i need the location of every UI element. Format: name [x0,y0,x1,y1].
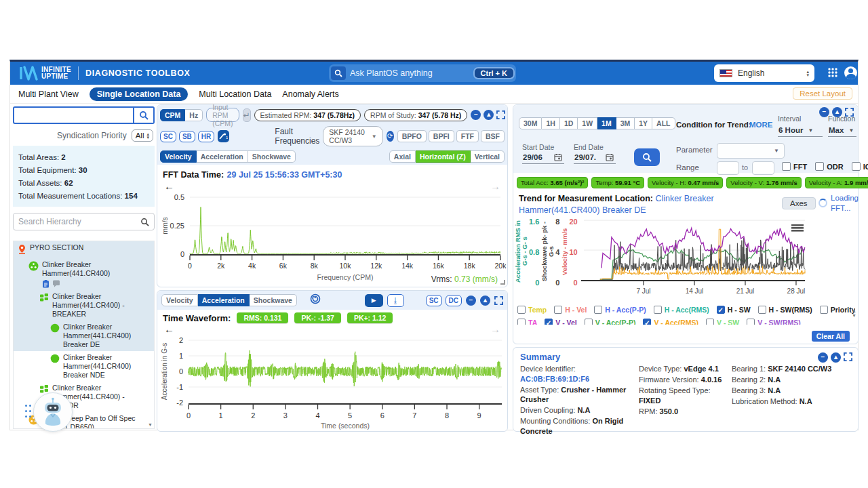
expand-icon[interactable] [494,296,503,305]
refresh-icon[interactable]: ⟳ [387,131,394,142]
series-checkbox-h-sw-rms-[interactable]: H - SW(RMS) [758,306,812,314]
fft-signal-tab-velocity[interactable]: Velocity [160,150,197,163]
series-checkbox-priority[interactable]: Priority [820,306,855,314]
collapse-button[interactable]: − [819,107,829,117]
drag-handle-icon[interactable] [25,405,32,420]
more-link[interactable]: MORE [749,121,773,129]
clear-all-button[interactable]: Clear All [812,331,850,342]
dc-button[interactable]: DC [446,295,462,306]
expand-icon[interactable] [496,110,505,119]
fault-button-bsf[interactable]: BSF [481,130,505,142]
fft-axis-tab-axial[interactable]: Axial [389,150,416,163]
collapse-button[interactable]: − [471,110,481,120]
series-checkbox-ta[interactable]: TA [517,319,537,325]
flag-checkbox-odr[interactable]: ODR [815,162,843,171]
waveform-signal-tab-velocity[interactable]: Velocity [161,294,198,306]
fft-axis-tab-horizontal-z-[interactable]: Horizontal (Z) [416,150,471,163]
reset-layout-button[interactable]: Reset Layout [793,87,852,100]
parameter-dropdown[interactable]: ▼ [717,143,785,159]
tab-anomaly-alerts[interactable]: Anomaly Alerts [282,89,338,99]
priority-select[interactable]: All ▴▾ [132,129,153,142]
bearing-dropdown[interactable]: SKF 24140 CC/W3▼ [323,126,382,146]
range-max-input[interactable] [752,161,774,175]
sidebar-search-button[interactable] [134,106,155,124]
series-checkbox-temp[interactable]: Temp [517,306,547,314]
rpm-input[interactable]: Input RPM (CPM) [206,108,239,122]
fft-signal-tab-acceleration[interactable]: Acceleration [197,150,248,163]
series-checkbox-v-acc-p-p-[interactable]: V - Acc(P-P) [585,319,636,325]
waveform-signal-tab-acceleration[interactable]: Acceleration [198,294,250,306]
sc-button[interactable]: SC [426,295,442,306]
trend-search-button[interactable] [634,148,660,166]
hierarchy-search[interactable]: Search Hierarchy [13,213,155,230]
fft-signal-tab-shockwave[interactable]: Shockwave [248,150,296,163]
tab-multi-location-data[interactable]: Multi Location Data [199,89,271,99]
move-up-button[interactable]: ▴ [831,352,841,363]
move-up-button[interactable]: ▴ [484,110,494,120]
tree-item[interactable]: PYRO SECTION [14,241,154,258]
prev-fft-arrow[interactable]: ← [164,180,174,192]
tree-item[interactable]: Clinker Breaker Hammer(441.CR400) Breake… [14,351,154,382]
start-date-input[interactable]: 29/06 [522,152,564,164]
fault-button-ftf[interactable]: FTF [456,130,479,142]
series-checkbox-h-acc-p-p-[interactable]: H - Acc(P-P) [594,306,646,314]
user-avatar-icon[interactable] [844,66,857,79]
series-checkbox-h-vel[interactable]: H - Vel [554,306,587,314]
series-checkbox-h-sw[interactable]: ✓H - SW [717,306,751,314]
move-up-button[interactable]: ▴ [480,296,490,306]
end-date-input[interactable]: 29/07. [574,152,616,164]
trend-chart[interactable]: 7 Jul14 Jul21 Jul28 Jul [580,218,809,299]
chat-assistant[interactable] [25,392,70,433]
collapse-button[interactable]: − [466,296,476,306]
waveform-chart[interactable]: -2-1012Acceleration in G-s0123456789Time… [159,335,506,430]
apply-rpm-button[interactable]: ↵ [243,108,251,122]
function-select[interactable]: Max▼ [828,125,856,137]
play-button[interactable]: ▶ [365,294,383,307]
hr-button[interactable]: HR [198,131,214,142]
series-checkbox-v-sw-rms-[interactable]: V - SW(RMS) [747,319,801,325]
range-button-1y[interactable]: 1Y [635,117,652,129]
tab-single-location-data[interactable]: Single Location Data [90,87,189,101]
range-button-1d[interactable]: 1D [560,117,578,129]
spiral-icon[interactable] [310,293,321,307]
unit-toggle-hz[interactable]: Hz [185,109,203,121]
checkbox-scrollbar[interactable]: ▲▼ [851,308,857,344]
flag-checkbox-fft[interactable]: FFT [782,162,807,171]
robot-avatar-icon[interactable] [33,392,73,432]
search-placeholder[interactable]: Ask PlantOS anything [350,68,473,78]
sidebar-search-input[interactable] [13,106,134,124]
range-min-input[interactable] [717,161,739,175]
series-checkbox-v-vel[interactable]: ✓V - Vel [545,319,577,325]
sc-button[interactable]: SC [160,131,176,142]
move-up-button[interactable]: ▴ [832,107,842,117]
sb-button[interactable]: SB [179,131,195,142]
range-button-3m[interactable]: 3M [616,117,635,129]
range-button-1h[interactable]: 1H [542,117,559,129]
unit-toggle-cpm[interactable]: CPM [160,109,185,121]
interval-select[interactable]: 6 Hour▼ [778,125,823,137]
series-checkbox-v-acc-rms-[interactable]: ✓V - Acc(RMS) [643,319,698,325]
range-button-1w[interactable]: 1W [578,117,597,129]
tab-multi-plant-view[interactable]: Multi Plant View [18,89,79,99]
series-checkbox-v-sw[interactable]: V - SW [706,319,739,325]
range-button-1m[interactable]: 1M [597,117,616,129]
fft-axis-tab-vertical[interactable]: Vertical [471,150,505,163]
fault-button-bpfi[interactable]: BPFI [429,130,454,142]
global-search[interactable]: Ask PlantOS anything Ctrl + K [329,64,516,82]
apps-grid-icon[interactable] [827,66,839,81]
range-button-30m[interactable]: 30M [519,117,542,129]
expand-icon[interactable] [844,352,852,363]
waveform-signal-tab-shockwave[interactable]: Shockwave [250,294,297,306]
range-button-all[interactable]: ALL [652,117,675,129]
tree-item[interactable]: Clinker Breaker Hammer(441.CR400) Breake… [14,321,154,351]
next-fft-arrow[interactable]: → [490,180,500,192]
series-checkbox-h-acc-rms-[interactable]: H - Acc(RMS) [654,306,709,314]
collapse-button[interactable]: − [818,352,828,363]
language-select[interactable]: English ▴▾ [714,64,814,82]
fault-button-bpfo[interactable]: BPFO [397,130,427,142]
tree-item[interactable]: Clinker Breaker Hammer(441.CR400) - BREA… [14,290,154,321]
prev-waveform-arrow[interactable]: ← [164,323,174,335]
download-button[interactable]: ⭳ [387,294,404,307]
resize-handle-icon[interactable] [500,280,505,285]
next-waveform-arrow[interactable]: → [490,323,500,335]
